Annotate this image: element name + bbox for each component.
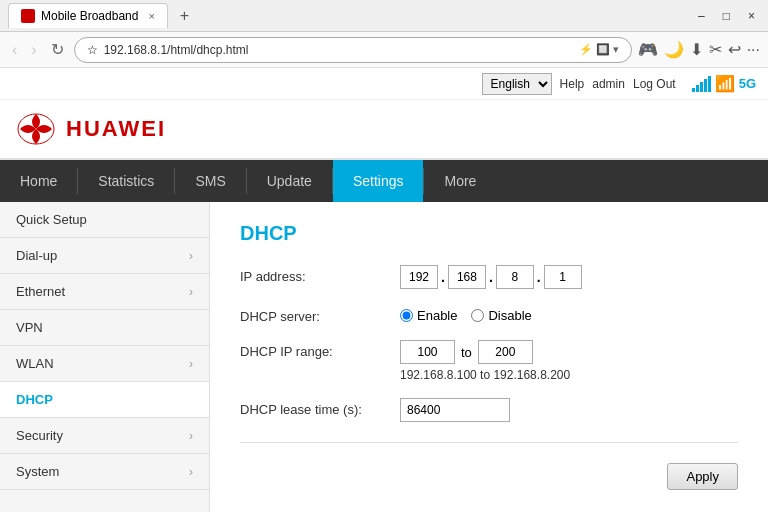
ip-part-3[interactable] (496, 265, 534, 289)
forward-button[interactable]: › (27, 39, 40, 61)
dhcp-lease-label: DHCP lease time (s): (240, 398, 400, 417)
user-links: Help admin Log Out (560, 77, 676, 91)
ip-address-row: IP address: . . . (240, 265, 738, 289)
dhcp-server-control: Enable Disable (400, 305, 738, 323)
dhcp-disable-radio[interactable]: Disable (471, 308, 531, 323)
nav-statistics[interactable]: Statistics (78, 160, 174, 202)
admin-label: admin (592, 77, 625, 91)
range-to-label: to (461, 345, 472, 360)
sidebar-item-wlan[interactable]: WLAN › (0, 346, 209, 382)
sidebar-item-dial-up[interactable]: Dial-up › (0, 238, 209, 274)
dhcp-range-row: DHCP IP range: to 192.168.8.100 to 192.1… (240, 340, 738, 382)
sidebar-item-quick-setup[interactable]: Quick Setup (0, 202, 209, 238)
main-nav: Home Statistics SMS Update Settings More (0, 160, 768, 202)
nav-home[interactable]: Home (0, 160, 77, 202)
sidebar-item-ethernet[interactable]: Ethernet › (0, 274, 209, 310)
range-inputs: to 192.168.8.100 to 192.168.8.200 (400, 340, 738, 382)
maximize-button[interactable]: □ (718, 7, 735, 25)
download-icon[interactable]: ⬇ (690, 40, 703, 59)
form-divider (240, 442, 738, 443)
main-content: DHCP IP address: . . . DHCP server: (210, 202, 768, 512)
lease-input[interactable] (400, 398, 510, 422)
range-to-input[interactable] (478, 340, 533, 364)
logo-text: HUAWEI (66, 116, 166, 142)
security-arrow: › (189, 429, 193, 443)
ip-address-control: . . . (400, 265, 738, 289)
range-hint: 192.168.8.100 to 192.168.8.200 (400, 368, 738, 382)
tab-close-button[interactable]: × (148, 10, 154, 22)
new-tab-button[interactable]: + (174, 5, 195, 27)
ip-part-1[interactable] (400, 265, 438, 289)
ip-dot-3: . (537, 269, 541, 285)
nav-update[interactable]: Update (247, 160, 332, 202)
dhcp-disable-input[interactable] (471, 309, 484, 322)
nav-sms[interactable]: SMS (175, 160, 245, 202)
help-link[interactable]: Help (560, 77, 585, 91)
url-bar[interactable]: ☆ 192.168.8.1/html/dhcp.html ⚡ 🔲 ▾ (74, 37, 632, 63)
apply-btn-row: Apply (240, 463, 738, 490)
sidebar-item-vpn[interactable]: VPN (0, 310, 209, 346)
undo-icon[interactable]: ↩ (728, 40, 741, 59)
network-icon: 5G (739, 76, 756, 91)
back-button[interactable]: ‹ (8, 39, 21, 61)
nav-settings[interactable]: Settings (333, 160, 424, 202)
dhcp-lease-control (400, 398, 738, 422)
gamepad-icon[interactable]: 🎮 (638, 40, 658, 59)
page-header: HUAWEI (0, 100, 768, 160)
window-close-button[interactable]: × (743, 7, 760, 25)
more-tools-icon[interactable]: ··· (747, 41, 760, 59)
refresh-button[interactable]: ↻ (47, 38, 68, 61)
url-icons: ⚡ 🔲 ▾ (579, 43, 619, 56)
user-bar: English Help admin Log Out 📶 5G (0, 68, 768, 100)
toolbar-right: 🎮 🌙 ⬇ ✂ ↩ ··· (638, 40, 760, 59)
ip-part-2[interactable] (448, 265, 486, 289)
content-area: Quick Setup Dial-up › Ethernet › VPN WLA… (0, 202, 768, 512)
dhcp-range-control: to 192.168.8.100 to 192.168.8.200 (400, 340, 738, 382)
url-text: 192.168.8.1/html/dhcp.html (104, 43, 573, 57)
dhcp-enable-radio[interactable]: Enable (400, 308, 457, 323)
wifi-icon: 📶 (715, 74, 735, 93)
ip-dot-2: . (489, 269, 493, 285)
logout-link[interactable]: Log Out (633, 77, 676, 91)
signal-strength-icon (692, 76, 711, 92)
huawei-logo: HUAWEI (16, 112, 166, 147)
sidebar: Quick Setup Dial-up › Ethernet › VPN WLA… (0, 202, 210, 512)
ip-dot-1: . (441, 269, 445, 285)
language-select[interactable]: English (482, 73, 552, 95)
dhcp-lease-row: DHCP lease time (s): (240, 398, 738, 422)
tab-title: Mobile Broadband (41, 9, 138, 23)
tab-favicon (21, 9, 35, 23)
range-row: to (400, 340, 738, 364)
huawei-logo-svg (16, 112, 56, 147)
star-icon: ☆ (87, 43, 98, 57)
ip-inputs: . . . (400, 265, 738, 289)
signal-icons: 📶 5G (692, 74, 756, 93)
minimize-button[interactable]: – (693, 7, 710, 25)
dhcp-server-row: DHCP server: Enable Disable (240, 305, 738, 324)
browser-tab[interactable]: Mobile Broadband × (8, 3, 168, 28)
ip-part-4[interactable] (544, 265, 582, 289)
system-arrow: › (189, 465, 193, 479)
window-controls: – □ × (693, 7, 760, 25)
dhcp-range-label: DHCP IP range: (240, 340, 400, 359)
sidebar-item-security[interactable]: Security › (0, 418, 209, 454)
dhcp-enable-input[interactable] (400, 309, 413, 322)
moon-icon[interactable]: 🌙 (664, 40, 684, 59)
ethernet-arrow: › (189, 285, 193, 299)
browser-titlebar: Mobile Broadband × + – □ × (0, 0, 768, 32)
dhcp-radio-group: Enable Disable (400, 305, 738, 323)
apply-button[interactable]: Apply (667, 463, 738, 490)
sidebar-item-dhcp[interactable]: DHCP (0, 382, 209, 418)
dhcp-server-label: DHCP server: (240, 305, 400, 324)
page-title: DHCP (240, 222, 738, 245)
ip-address-label: IP address: (240, 265, 400, 284)
dial-up-arrow: › (189, 249, 193, 263)
range-from-input[interactable] (400, 340, 455, 364)
sidebar-item-system[interactable]: System › (0, 454, 209, 490)
scissors-icon[interactable]: ✂ (709, 40, 722, 59)
nav-more[interactable]: More (424, 160, 496, 202)
address-bar: ‹ › ↻ ☆ 192.168.8.1/html/dhcp.html ⚡ 🔲 ▾… (0, 32, 768, 68)
wlan-arrow: › (189, 357, 193, 371)
